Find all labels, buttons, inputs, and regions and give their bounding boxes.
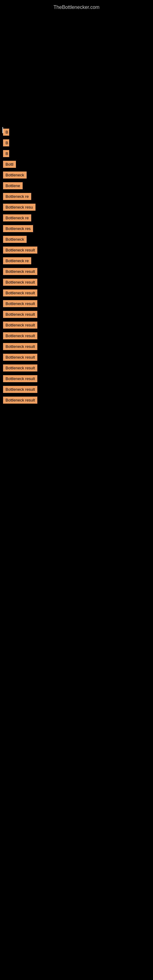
bottleneck-result-label: Bottlene: [3, 182, 22, 189]
list-item: Bottleneck result: [0, 396, 153, 405]
bottleneck-result-label: Bottleneck result: [3, 354, 37, 361]
list-item: B: [0, 139, 153, 148]
list-item: Bottleneck re: [0, 257, 153, 266]
bottleneck-result-label: B: [3, 129, 9, 136]
list-item: Bottleneck result: [0, 290, 153, 298]
list-item: Bottleneck result: [0, 364, 153, 373]
bottleneck-items-container: BBBBottlBottleneckBottleneBottleneck reB…: [0, 129, 153, 407]
list-item: Bottleneck result: [0, 268, 153, 276]
bottleneck-result-label: Bottleneck result: [3, 300, 37, 307]
list-item: Bottleneck result: [0, 375, 153, 383]
bottleneck-result-label: Bottleneck re: [3, 215, 31, 221]
list-item: Bottleneck result: [0, 279, 153, 287]
bottleneck-result-label: Bottleneck result: [3, 375, 37, 382]
bottleneck-result-label: Bottleneck result: [3, 343, 37, 350]
bottleneck-result-label: Bottleneck: [3, 172, 27, 178]
bottleneck-result-label: Bottleneck result: [3, 311, 37, 318]
list-item: Bottleneck result: [0, 332, 153, 340]
list-item: Bottleneck: [0, 236, 153, 244]
list-item: Bottleneck resu: [0, 204, 153, 212]
bottleneck-result-label: Bottl: [3, 161, 16, 168]
bottleneck-result-label: Bottleneck res: [3, 225, 33, 232]
bottleneck-result-label: B: [3, 139, 9, 146]
bottleneck-result-label: Bottleneck result: [3, 279, 37, 286]
list-item: Bottleneck result: [0, 300, 153, 309]
list-item: Bottleneck result: [0, 247, 153, 255]
list-item: Bottl: [0, 161, 153, 169]
list-item: Bottleneck: [0, 172, 153, 180]
list-item: Bottleneck result: [0, 311, 153, 319]
bottleneck-result-label: Bottleneck result: [3, 268, 37, 275]
bottleneck-result-label: Bottleneck result: [3, 396, 37, 404]
list-item: Bottleneck result: [0, 386, 153, 394]
bottleneck-result-label: Bottleneck: [3, 236, 27, 243]
bottleneck-result-label: Bottleneck result: [3, 321, 37, 329]
bottleneck-result-label: Bottleneck result: [3, 332, 37, 339]
list-item: Bottleneck result: [0, 321, 153, 330]
bottleneck-result-label: Bottleneck resu: [3, 204, 35, 211]
list-item: B: [0, 129, 153, 137]
bottleneck-result-label: Bottleneck result: [3, 247, 37, 254]
list-item: Bottleneck result: [0, 354, 153, 362]
bottleneck-result-label: Bottleneck re: [3, 193, 31, 200]
bottleneck-result-label: B: [3, 150, 9, 157]
list-item: Bottleneck result: [0, 343, 153, 351]
list-item: Bottleneck res: [0, 225, 153, 233]
site-title: TheBottlenecker.com: [0, 2, 153, 13]
bottleneck-result-label: Bottleneck re: [3, 257, 31, 264]
bottleneck-result-label: Bottleneck result: [3, 386, 37, 393]
list-item: Bottleneck re: [0, 215, 153, 223]
list-item: B: [0, 150, 153, 158]
list-item: Bottlene: [0, 182, 153, 191]
list-item: Bottleneck re: [0, 193, 153, 201]
bottleneck-result-label: Bottleneck result: [3, 290, 37, 296]
bottleneck-result-label: Bottleneck result: [3, 364, 37, 371]
